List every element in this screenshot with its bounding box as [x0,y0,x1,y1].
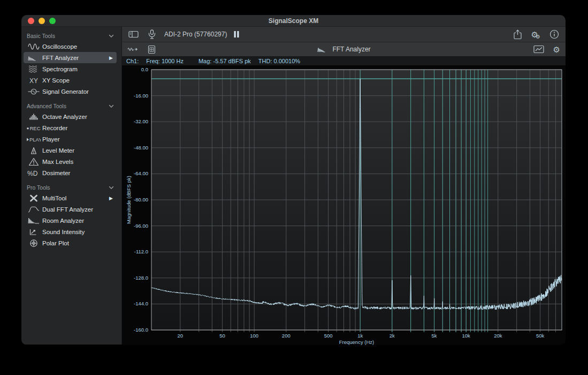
sidebar-item-signal-generator[interactable]: Signal Generator [24,86,117,97]
chevron-down-icon[interactable] [109,186,114,190]
section-label: Basic Tools [27,33,55,39]
svg-text:20k: 20k [494,333,502,339]
rec-icon: REC [26,124,41,132]
svg-text:1k: 1k [357,333,363,339]
disclosure-arrow-icon[interactable]: ▶ [109,55,114,61]
sidebar-item-max-levels[interactable]: Max Levels [24,156,117,167]
sidebar-section-pro-tools[interactable]: Pro Tools [21,182,121,192]
sidebar-item-label: Max Levels [42,159,73,165]
settings-gears-icon[interactable]: ⚙⚙ [531,31,540,39]
tool-title: FFT Analyzer [317,45,370,54]
svg-text:-128.0: -128.0 [134,275,148,281]
sidebar-item-label: Oscilloscope [42,43,77,50]
tool-title-label: FFT Analyzer [332,46,370,53]
dualfft-icon [26,205,41,214]
oscilloscope-icon [26,42,41,51]
tool-toolbar: FFT Analyzer ⚙ [122,42,566,57]
zoom-window-button[interactable] [49,18,56,24]
room-icon [26,216,41,225]
sidebar-item-sound-intensity[interactable]: Sound Intensity [24,226,117,237]
svg-text:2k: 2k [390,333,395,339]
pause-icon[interactable] [233,31,240,38]
measurement-statusbar: Ch1: Freq: 1000 Hz Mag: -5.57 dBFS pk TH… [122,57,566,66]
sidebar-item-octave-analyzer[interactable]: Octave Analyzer [24,111,117,122]
svg-text:-48.00: -48.00 [134,145,148,151]
svg-text:-144.0: -144.0 [134,301,148,306]
chevron-down-icon[interactable] [109,34,114,38]
sidebar-item-oscilloscope[interactable]: Oscilloscope [24,41,117,52]
sidebar-item-fft-analyzer[interactable]: FFT Analyzer▶ [24,52,117,63]
sidebar-item-label: FFT Analyzer [42,55,79,61]
svg-text:PLAY: PLAY [29,137,41,142]
minimize-window-button[interactable] [39,18,45,24]
sidebar-item-recorder[interactable]: RECRecorder [24,122,117,133]
gear-icon[interactable]: ⚙ [553,46,560,54]
dosimeter-icon: %D [26,169,41,177]
sidebar-item-level-meter[interactable]: Level Meter [24,145,117,156]
intensity-icon [26,228,41,236]
sidebar-item-label: Recorder [42,125,67,131]
svg-text:500: 500 [324,333,333,339]
sidebar-item-player[interactable]: PLAYPlayer [24,133,117,145]
app-window: SignalScope XM Basic ToolsOscilloscopeFF… [21,15,566,345]
sidebar-item-label: XY Scope [42,77,70,84]
svg-text:0.0: 0.0 [141,66,148,72]
sidebar-section-basic-tools[interactable]: Basic Tools [21,30,121,41]
mag-readout: Mag: -5.57 dBFS pk [198,58,251,64]
chart-display-icon[interactable] [533,45,544,54]
info-icon[interactable] [549,29,559,39]
sidebar-item-dual-fft-analyzer[interactable]: Dual FFT Analyzer [24,204,117,215]
svg-text:50k: 50k [536,333,545,339]
sidebar-item-spectrogram[interactable]: Spectrogram [24,63,117,74]
sidebar-item-label: MultiTool [42,195,66,201]
svg-text:%D: %D [27,169,38,177]
signal-flow-icon[interactable] [127,46,138,53]
microphone-icon[interactable] [148,29,156,39]
sidebar-item-xy-scope[interactable]: XYXY Scope [24,74,117,86]
close-window-button[interactable] [28,18,34,24]
sidebar-item-label: Room Analyzer [42,218,84,224]
svg-text:-96.00: -96.00 [134,223,148,229]
svg-text:-112.0: -112.0 [134,249,148,254]
svg-text:-64.00: -64.00 [134,170,148,176]
titlebar[interactable]: SignalScope XM [21,15,566,27]
snapshot-icon[interactable] [148,45,156,54]
freq-readout: Freq: 1000 Hz [146,58,184,64]
svg-text:-16.00: -16.00 [134,93,148,99]
traffic-lights [28,18,56,24]
sidebar-section-advanced-tools[interactable]: Advanced Tools [21,100,121,111]
svg-text:5k: 5k [432,333,437,339]
sidebar-item-label: Polar Plot [42,240,69,246]
thd-readout: THD: 0.00010% [258,58,300,64]
sidebar-toggle-icon[interactable] [128,30,139,39]
sidebar-item-label: Spectrogram [42,66,78,72]
spectrogram-icon [26,65,41,73]
svg-text:100: 100 [250,333,258,339]
octave-icon [26,112,41,121]
sidebar-item-label: Octave Analyzer [42,114,87,120]
sidebar-item-label: Dosimeter [42,170,70,176]
play-icon: PLAY [26,135,41,144]
fft-curve-icon [317,45,329,54]
section-label: Advanced Tools [27,103,66,109]
share-icon[interactable] [513,29,522,40]
channel-label: Ch1: [126,58,139,64]
input-device-label[interactable]: ADI-2 Pro (57760297) [164,31,227,38]
main-toolbar: ADI-2 Pro (57760297) ⚙⚙ [122,27,566,42]
fft-chart-panel: 0.0-16.00-32.00-48.00-64.00-80.00-96.00-… [122,66,566,344]
sidebar: Basic ToolsOscilloscopeFFT Analyzer▶Spec… [21,27,122,344]
siggen-icon [26,87,41,96]
chevron-down-icon[interactable] [109,104,114,108]
sidebar-item-label: Dual FFT Analyzer [42,206,93,213]
sidebar-item-room-analyzer[interactable]: Room Analyzer [24,215,117,226]
window-title: SignalScope XM [21,17,566,25]
disclosure-arrow-icon[interactable]: ▶ [109,196,114,201]
svg-text:-80.00: -80.00 [134,197,148,202]
fft-spectrum-chart[interactable]: 0.0-16.00-32.00-48.00-64.00-80.00-96.00-… [122,66,566,345]
svg-text:200: 200 [282,333,291,339]
sidebar-item-polar-plot[interactable]: Polar Plot [24,237,117,249]
sidebar-item-label: Player [42,136,60,142]
sidebar-item-dosimeter[interactable]: %DDosimeter [24,167,117,178]
sidebar-item-multitool[interactable]: MultiTool▶ [24,192,117,204]
svg-text:-32.00: -32.00 [134,118,148,124]
